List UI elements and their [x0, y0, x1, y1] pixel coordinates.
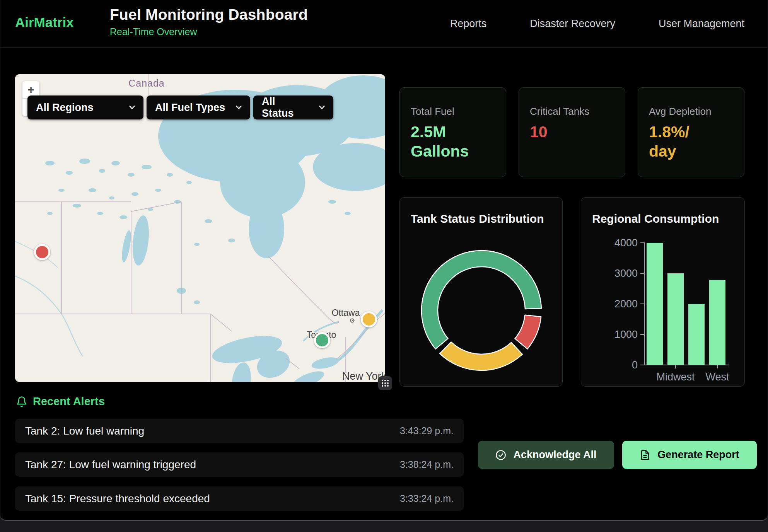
acknowledge-all-label: Acknowledge All — [513, 449, 596, 461]
report-file-icon — [640, 450, 650, 460]
stat-card-avg-depletion: Avg Depletion 1.8%/ day — [638, 87, 744, 177]
stat-label: Avg Depletion — [649, 106, 733, 118]
dashboard-root: AirMatrix Fuel Monitoring Dashboard Real… — [0, 0, 768, 521]
tank-marker-warning[interactable] — [361, 311, 377, 327]
alert-message: Tank 27: Low fuel warning triggered — [25, 459, 196, 471]
ottawa-label: Ottawa — [332, 308, 360, 318]
svg-text:West: West — [705, 371, 729, 383]
status-filter-label: All Status — [262, 95, 309, 119]
alert-time: 3:38:24 p.m. — [400, 459, 454, 470]
alert-time: 3:43:29 p.m. — [400, 425, 454, 437]
alert-row[interactable]: Tank 2: Low fuel warning 3:43:29 p.m. — [15, 419, 464, 443]
alert-row[interactable]: Tank 15: Pressure threshold exceeded 3:3… — [15, 486, 464, 511]
title-block: Fuel Monitoring Dashboard Real-Time Over… — [110, 6, 308, 38]
header: AirMatrix Fuel Monitoring Dashboard Real… — [0, 0, 768, 48]
alert-message: Tank 2: Low fuel warning — [25, 425, 144, 437]
alert-message: Tank 15: Pressure threshold exceeded — [25, 493, 210, 505]
svg-text:Midwest: Midwest — [656, 371, 695, 383]
bell-icon — [16, 396, 27, 408]
ottawa-town-dot — [352, 320, 353, 321]
svg-text:0: 0 — [632, 359, 638, 371]
acknowledge-all-button[interactable]: Acknowledge All — [478, 441, 614, 469]
chevron-down-icon — [129, 106, 135, 109]
svg-text:2000: 2000 — [614, 298, 638, 310]
fuel-type-filter-dropdown[interactable]: All Fuel Types — [147, 95, 250, 119]
stat-value-total-fuel: 2.5M Gallons — [411, 122, 495, 161]
stat-label: Total Fuel — [411, 106, 495, 118]
donut-segment-warning — [440, 342, 522, 370]
donut-chart — [419, 248, 544, 373]
stat-card-total-fuel: Total Fuel 2.5M Gallons — [399, 87, 506, 177]
alerts-title: Recent Alerts — [33, 395, 105, 408]
tank-map[interactable]: Canada Ottawa Toronto New York + − All R… — [15, 74, 385, 382]
nav-disaster-recovery[interactable]: Disaster Recovery — [530, 18, 615, 30]
basemap: Canada Ottawa Toronto New York — [15, 74, 385, 382]
svg-text:3000: 3000 — [614, 268, 638, 279]
generate-report-button[interactable]: Generate Report — [622, 441, 757, 469]
stat-card-critical-tanks: Critical Tanks 10 — [519, 87, 625, 177]
region-filter-dropdown[interactable]: All Regions — [27, 95, 143, 119]
svg-text:4000: 4000 — [614, 237, 638, 249]
check-circle-icon — [495, 450, 506, 460]
svg-text:1000: 1000 — [614, 329, 638, 340]
chevron-down-icon — [319, 106, 325, 109]
main-nav: Reports Disaster Recovery User Managemen… — [450, 0, 744, 48]
page-title: Fuel Monitoring Dashboard — [110, 6, 308, 23]
bar-chart-title: Regional Consumption — [592, 212, 719, 225]
alert-row[interactable]: Tank 27: Low fuel warning triggered 3:38… — [15, 452, 464, 477]
donut-segment-critical — [515, 315, 541, 349]
regional-consumption-card: 01000200030004000MidwestWest Regional Co… — [581, 197, 745, 387]
country-label: Canada — [128, 78, 165, 89]
chevron-down-icon — [236, 106, 242, 109]
nav-user-management[interactable]: User Management — [659, 18, 744, 30]
tank-marker-healthy[interactable] — [314, 332, 330, 348]
nav-reports[interactable]: Reports — [450, 18, 487, 30]
tank-status-distribution-card: Tank Status Distribution — [399, 197, 563, 387]
stat-value-critical-tanks: 10 — [530, 122, 614, 142]
map-filters: All Regions All Fuel Types All Status — [27, 95, 333, 119]
alerts-header: Recent Alerts — [16, 395, 105, 408]
fuel-type-filter-label: All Fuel Types — [155, 102, 225, 114]
map-drag-handle-icon[interactable] — [378, 376, 392, 390]
stat-label: Critical Tanks — [530, 106, 614, 118]
stat-value-avg-depletion: 1.8%/ day — [649, 122, 733, 161]
brand-logo: AirMatrix — [15, 15, 74, 30]
donut-chart-title: Tank Status Distribution — [411, 212, 544, 225]
bar-3 — [709, 280, 725, 365]
status-filter-dropdown[interactable]: All Status — [253, 95, 333, 119]
page-subtitle: Real-Time Overview — [110, 26, 308, 38]
bar-2 — [688, 304, 705, 365]
tank-marker-critical[interactable] — [34, 244, 50, 260]
bar-1 — [667, 273, 684, 365]
bar-chart: 01000200030004000MidwestWest — [581, 198, 745, 387]
region-filter-label: All Regions — [36, 102, 94, 114]
alert-time: 3:33:24 p.m. — [400, 493, 454, 504]
bar-0 — [647, 243, 663, 365]
generate-report-label: Generate Report — [657, 449, 739, 461]
